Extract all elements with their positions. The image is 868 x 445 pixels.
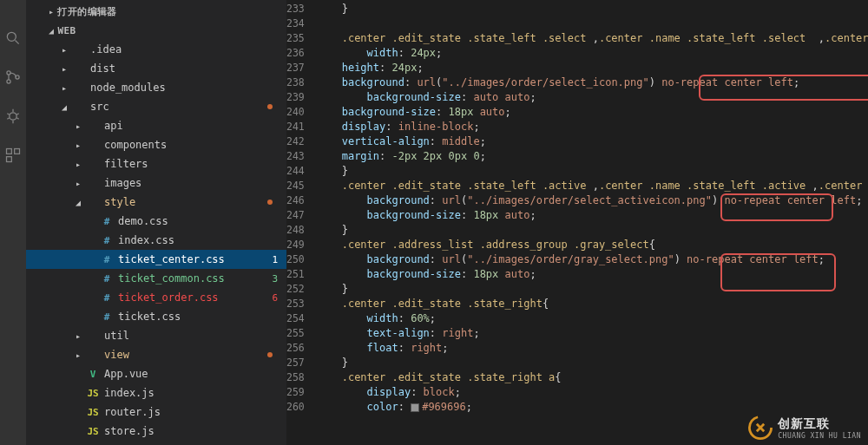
code-content[interactable]: } .center .edit_state .state_left .selec… bbox=[317, 0, 868, 445]
file-ticket_center-css[interactable]: #ticket_center.css1 bbox=[26, 250, 286, 269]
tree-item-label: .idea bbox=[90, 43, 286, 56]
chevron-icon: ▸ bbox=[73, 179, 83, 188]
line-number: 251 bbox=[286, 267, 305, 282]
code-line: background-size: 18px auto; bbox=[317, 105, 868, 120]
folder--idea[interactable]: ▸.idea bbox=[26, 40, 286, 59]
tree-item-label: store.js bbox=[104, 425, 286, 437]
chevron-icon: ▸ bbox=[73, 350, 83, 360]
tree-item-label: src bbox=[90, 101, 286, 113]
code-line: margin: -2px 2px 0px 0; bbox=[317, 149, 868, 164]
svg-rect-8 bbox=[7, 157, 12, 162]
folder-filters[interactable]: ▸filters bbox=[26, 154, 286, 173]
tree-item-label: style bbox=[104, 196, 286, 208]
explorer-sidebar: ▸打开的编辑器◢WEB▸.idea▸dist▸node_modules◢src▸… bbox=[26, 0, 286, 445]
code-line: width: 24px; bbox=[317, 46, 868, 61]
chevron-icon: ◢ bbox=[59, 102, 69, 112]
css-file-icon: # bbox=[99, 254, 115, 265]
line-number: 255 bbox=[286, 326, 305, 341]
file-App-vue[interactable]: VApp.vue bbox=[26, 364, 286, 383]
folder-view[interactable]: ▸view bbox=[26, 345, 286, 364]
css-file-icon: # bbox=[99, 235, 115, 246]
file-demo-css[interactable]: #demo.css bbox=[26, 212, 286, 231]
line-number: 250 bbox=[286, 252, 305, 267]
code-line: } bbox=[317, 164, 868, 179]
code-line: color: #969696; bbox=[317, 400, 868, 415]
line-number: 244 bbox=[286, 164, 305, 179]
git-badge: 3 bbox=[272, 273, 278, 285]
line-number: 245 bbox=[286, 179, 305, 193]
code-line: vertical-align: middle; bbox=[317, 134, 868, 149]
tree-item-label: dist bbox=[90, 62, 286, 75]
code-line: background: url("../images/order/gray_se… bbox=[317, 252, 868, 267]
file-router-js[interactable]: JSrouter.js bbox=[26, 402, 286, 422]
line-number: 260 bbox=[286, 400, 305, 415]
folder-src[interactable]: ◢src bbox=[26, 97, 286, 116]
line-number: 254 bbox=[286, 311, 305, 326]
line-number: 256 bbox=[286, 341, 305, 356]
debug-icon[interactable] bbox=[4, 108, 22, 128]
svg-point-0 bbox=[7, 32, 16, 41]
folder-util[interactable]: ▸util bbox=[26, 326, 286, 345]
color-swatch-icon bbox=[411, 403, 419, 412]
code-line: display: block; bbox=[317, 385, 868, 400]
tree-item-label: ticket_common.css bbox=[118, 272, 286, 285]
line-number: 235 bbox=[286, 31, 305, 46]
line-number: 237 bbox=[286, 61, 305, 75]
section-open-editors[interactable]: ▸打开的编辑器 bbox=[26, 2, 286, 21]
code-line: .center .address_list .address_group .gr… bbox=[317, 238, 868, 252]
css-file-icon: # bbox=[99, 292, 115, 304]
tree-item-label: node_modules bbox=[90, 82, 286, 94]
line-number: 241 bbox=[286, 120, 305, 134]
code-line: } bbox=[317, 356, 868, 370]
code-line: .center .edit_state .state_left .select … bbox=[317, 31, 868, 46]
folder-dist[interactable]: ▸dist bbox=[26, 59, 286, 78]
css-file-icon: # bbox=[99, 273, 115, 285]
chevron-icon: ▸ bbox=[59, 45, 69, 55]
chevron-icon: ▸ bbox=[59, 64, 69, 74]
vue-file-icon: V bbox=[85, 369, 101, 380]
svg-line-1 bbox=[16, 41, 19, 44]
tree-item-label: images bbox=[104, 177, 286, 189]
folder-api[interactable]: ▸api bbox=[26, 116, 286, 135]
tree-item-label: util bbox=[104, 330, 286, 342]
activity-bar bbox=[0, 0, 26, 445]
tree-item-label: ticket_order.css bbox=[118, 291, 286, 304]
code-line: float: right; bbox=[317, 341, 868, 356]
search-icon[interactable] bbox=[4, 29, 22, 49]
file-index-css[interactable]: #index.css bbox=[26, 231, 286, 250]
file-store-js[interactable]: JSstore.js bbox=[26, 422, 286, 441]
svg-point-5 bbox=[10, 113, 16, 120]
js-file-icon: JS bbox=[85, 388, 101, 399]
code-line: height: 24px; bbox=[317, 61, 868, 75]
file-index-js[interactable]: JSindex.js bbox=[26, 383, 286, 402]
git-badge: 1 bbox=[272, 254, 278, 265]
git-badge: 6 bbox=[272, 292, 278, 304]
tree-item-label: demo.css bbox=[118, 215, 286, 227]
folder-images[interactable]: ▸images bbox=[26, 173, 286, 193]
folder-components[interactable]: ▸components bbox=[26, 135, 286, 154]
file-ticket_common-css[interactable]: #ticket_common.css3 bbox=[26, 269, 286, 288]
code-line: background: url("../images/order/select_… bbox=[317, 75, 868, 90]
folder-node_modules[interactable]: ▸node_modules bbox=[26, 78, 286, 97]
editor-area: 2332342352362372382392402412422432442452… bbox=[286, 0, 868, 445]
tree-item-label: router.js bbox=[104, 406, 286, 418]
js-file-icon: JS bbox=[85, 426, 101, 437]
code-line: background-size: 18px auto; bbox=[317, 267, 868, 282]
tree-item-label: ticket_center.css bbox=[118, 253, 286, 265]
svg-rect-6 bbox=[7, 149, 12, 154]
chevron-icon: ◢ bbox=[73, 198, 83, 207]
code-line: } bbox=[317, 223, 868, 238]
scm-icon[interactable] bbox=[4, 69, 22, 88]
code-line: .center .edit_state .state_left .active … bbox=[317, 179, 868, 193]
tree-item-label: view bbox=[104, 349, 286, 361]
extensions-icon[interactable] bbox=[4, 147, 22, 167]
file-ticket-css[interactable]: #ticket.css bbox=[26, 307, 286, 326]
file-ticket_order-css[interactable]: #ticket_order.css6 bbox=[26, 288, 286, 307]
folder-style[interactable]: ◢style bbox=[26, 193, 286, 212]
section-project[interactable]: ◢WEB bbox=[26, 21, 286, 40]
line-number: 249 bbox=[286, 238, 305, 252]
line-number: 243 bbox=[286, 149, 305, 164]
tree-item-label: index.js bbox=[104, 387, 286, 399]
line-number: 253 bbox=[286, 297, 305, 311]
line-number-gutter: 2332342352362372382392402412422432442452… bbox=[286, 0, 317, 445]
